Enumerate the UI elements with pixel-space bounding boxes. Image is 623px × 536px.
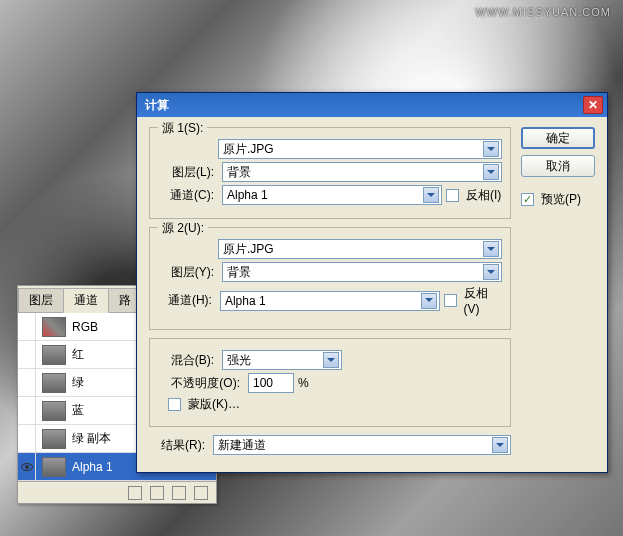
channel-thumbnail <box>42 373 66 393</box>
channel-name: 绿 <box>72 374 84 391</box>
source2-channel-label: 通道(H): <box>158 292 212 309</box>
save-selection-icon[interactable] <box>150 486 164 500</box>
panel-footer <box>18 481 216 503</box>
visibility-toggle[interactable] <box>18 397 36 425</box>
combo-value: 原片.JPG <box>223 241 274 258</box>
combo-value: Alpha 1 <box>227 188 268 202</box>
source2-group: 源 2(U): 原片.JPG 图层(Y): 背景 通道(H): <box>149 227 511 330</box>
ok-button[interactable]: 确定 <box>521 127 595 149</box>
delete-channel-icon[interactable] <box>194 486 208 500</box>
chevron-down-icon <box>483 141 499 157</box>
channel-name: 绿 副本 <box>72 430 111 447</box>
visibility-toggle[interactable] <box>18 453 36 481</box>
source1-group: 源 1(S): 原片.JPG 图层(L): 背景 通道(C): <box>149 127 511 219</box>
source2-invert-checkbox[interactable] <box>444 294 457 307</box>
visibility-toggle[interactable] <box>18 425 36 453</box>
source2-layer-label: 图层(Y): <box>158 264 214 281</box>
source2-channel-combo[interactable]: Alpha 1 <box>220 291 440 311</box>
source1-channel-combo[interactable]: Alpha 1 <box>222 185 442 205</box>
load-selection-icon[interactable] <box>128 486 142 500</box>
result-combo[interactable]: 新建通道 <box>213 435 511 455</box>
combo-value: 背景 <box>227 264 251 281</box>
result-label: 结果(R): <box>149 437 205 454</box>
source2-file-combo[interactable]: 原片.JPG <box>218 239 502 259</box>
combo-value: 强光 <box>227 352 251 369</box>
channel-thumbnail <box>42 401 66 421</box>
source1-invert-label: 反相(I) <box>466 187 501 204</box>
combo-value: Alpha 1 <box>225 294 266 308</box>
chevron-down-icon <box>492 437 508 453</box>
opacity-value: 100 <box>253 376 273 390</box>
opacity-suffix: % <box>298 376 309 390</box>
visibility-toggle[interactable] <box>18 341 36 369</box>
eye-icon <box>21 463 33 471</box>
combo-value: 原片.JPG <box>223 141 274 158</box>
chevron-down-icon <box>483 264 499 280</box>
watermark: WWW.MISSYUAN.COM <box>475 6 611 18</box>
opacity-input[interactable]: 100 <box>248 373 294 393</box>
close-icon: ✕ <box>588 98 598 112</box>
channel-name: Alpha 1 <box>72 460 113 474</box>
source1-file-combo[interactable]: 原片.JPG <box>218 139 502 159</box>
chevron-down-icon <box>483 241 499 257</box>
source1-channel-label: 通道(C): <box>158 187 214 204</box>
channel-name: RGB <box>72 320 98 334</box>
blend-group: 混合(B): 强光 不透明度(O): 100 % 蒙版(K)… <box>149 338 511 427</box>
source2-invert-label: 反相(V) <box>464 285 503 316</box>
tab-channels[interactable]: 通道 <box>63 288 109 313</box>
chevron-down-icon <box>323 352 339 368</box>
channel-thumbnail <box>42 345 66 365</box>
source1-layer-combo[interactable]: 背景 <box>222 162 502 182</box>
channel-thumbnail <box>42 457 66 477</box>
chevron-down-icon <box>483 164 499 180</box>
dialog-titlebar[interactable]: 计算 ✕ <box>137 93 607 117</box>
blend-label: 混合(B): <box>158 352 214 369</box>
visibility-toggle[interactable] <box>18 369 36 397</box>
mask-checkbox[interactable] <box>168 398 181 411</box>
combo-value: 新建通道 <box>218 437 266 454</box>
source2-layer-combo[interactable]: 背景 <box>222 262 502 282</box>
combo-value: 背景 <box>227 164 251 181</box>
channel-name: 红 <box>72 346 84 363</box>
close-button[interactable]: ✕ <box>583 96 603 114</box>
preview-checkbox[interactable] <box>521 193 534 206</box>
chevron-down-icon <box>423 187 439 203</box>
visibility-toggle[interactable] <box>18 313 36 341</box>
blend-mode-combo[interactable]: 强光 <box>222 350 342 370</box>
preview-label: 预览(P) <box>541 191 581 208</box>
opacity-label: 不透明度(O): <box>158 375 240 392</box>
source1-layer-label: 图层(L): <box>158 164 214 181</box>
new-channel-icon[interactable] <box>172 486 186 500</box>
tab-layers[interactable]: 图层 <box>18 288 64 312</box>
source1-legend: 源 1(S): <box>158 120 207 137</box>
calculations-dialog: 计算 ✕ 源 1(S): 原片.JPG 图层(L): 背景 <box>136 92 608 473</box>
chevron-down-icon <box>421 293 437 309</box>
channel-thumbnail <box>42 317 66 337</box>
source2-legend: 源 2(U): <box>158 220 208 237</box>
source1-invert-checkbox[interactable] <box>446 189 459 202</box>
channel-thumbnail <box>42 429 66 449</box>
dialog-title: 计算 <box>145 97 169 114</box>
mask-label: 蒙版(K)… <box>188 396 240 413</box>
cancel-button[interactable]: 取消 <box>521 155 595 177</box>
channel-name: 蓝 <box>72 402 84 419</box>
